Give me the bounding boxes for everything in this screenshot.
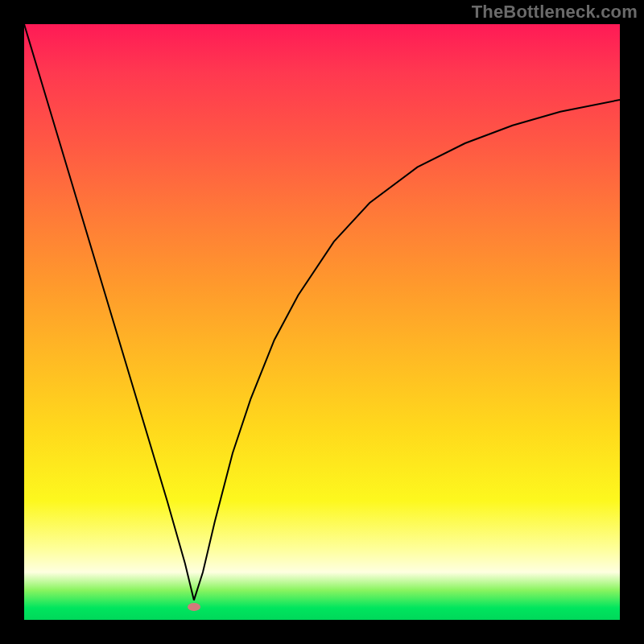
plot-area	[24, 24, 620, 620]
curve-right-branch	[194, 100, 620, 601]
chart-frame: TheBottleneck.com	[0, 0, 644, 644]
curve-layer	[24, 24, 620, 620]
vertex-marker	[188, 603, 200, 611]
watermark-text: TheBottleneck.com	[472, 0, 638, 24]
curve-left-branch	[24, 24, 194, 601]
